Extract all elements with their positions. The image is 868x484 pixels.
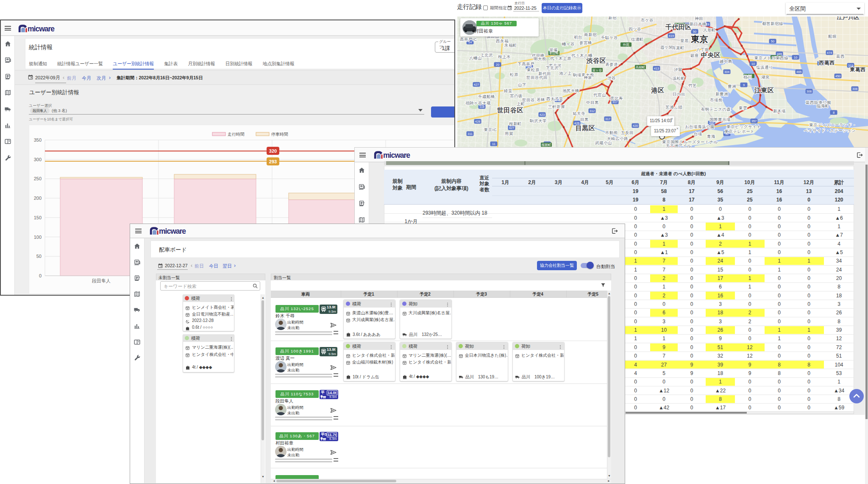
svg-text:4月: 4月 [581,179,589,185]
svg-text:7: 7 [662,258,665,264]
svg-text:2: 2 [748,310,751,316]
svg-text:0: 0 [634,224,637,229]
svg-text:新豊洲: 新豊洲 [715,92,728,96]
svg-text:53: 53 [836,370,842,376]
svg-text:超過者・未達者 のべ人数(=回数): 超過者・未達者 のべ人数(=回数) [640,171,706,176]
svg-text:1: 1 [634,327,637,333]
svg-text:4: 4 [634,370,637,376]
svg-text:葛西: 葛西 [836,54,845,59]
svg-text:19: 19 [633,188,639,194]
svg-text:0: 0 [634,379,637,385]
svg-text:317: 317 [605,117,611,121]
svg-text:0: 0 [778,275,781,281]
svg-text:12: 12 [836,336,842,341]
svg-text:1: 1 [634,258,637,264]
svg-text:代官山: 代官山 [593,92,606,97]
svg-text:0: 0 [748,405,751,411]
svg-text:▲7: ▲7 [835,232,843,238]
svg-text:0: 0 [807,249,810,255]
svg-text:笹塚: 笹塚 [549,48,558,52]
svg-text:0: 0 [778,319,781,325]
svg-text:中央区: 中央区 [701,51,721,59]
svg-text:0: 0 [748,267,751,273]
svg-text:銀座: 銀座 [690,53,699,58]
svg-text:0: 0 [807,206,810,212]
svg-text:1: 1 [778,336,781,341]
svg-text:320: 320 [269,148,277,154]
svg-text:天王洲アイル: 天王洲アイル [666,143,692,147]
svg-text:ペイサイド・ステーション: ペイサイド・ステーション [804,128,856,133]
svg-text:2月: 2月 [528,179,536,185]
svg-text:0: 0 [690,232,693,238]
svg-text:25: 25 [747,197,753,203]
svg-text:1: 1 [748,241,751,247]
svg-text:9: 9 [690,370,693,376]
svg-text:神泉: 神泉 [584,75,592,80]
svg-text:6: 6 [662,310,665,316]
svg-text:0: 0 [690,379,693,385]
svg-text:千駄ケ谷: 千駄ケ谷 [601,35,618,40]
svg-text:0: 0 [778,293,781,299]
svg-text:0: 0 [778,388,781,394]
svg-text:3: 3 [719,301,722,307]
svg-text:204: 204 [835,188,843,194]
svg-text:0: 0 [778,284,781,290]
svg-text:0: 0 [778,396,781,402]
svg-text:6: 6 [719,284,722,290]
svg-text:3: 3 [837,301,840,307]
svg-text:江東区: 江東区 [754,87,774,94]
svg-text:0: 0 [634,232,637,238]
svg-text:高井戸IC: 高井戸IC [460,37,477,42]
svg-text:松原: 松原 [509,72,518,77]
svg-text:8: 8 [837,319,840,325]
svg-text:50: 50 [36,254,42,259]
svg-text:東葛西: 東葛西 [849,67,866,73]
svg-text:0: 0 [634,396,637,402]
svg-text:用賀: 用賀 [505,131,513,136]
svg-text:0: 0 [719,206,722,212]
svg-text:▲17: ▲17 [715,405,726,411]
svg-text:駒沢大学: 駒沢大学 [529,118,547,123]
svg-text:0: 0 [634,206,637,212]
svg-text:0: 0 [634,353,637,359]
svg-text:427: 427 [509,126,515,130]
svg-text:0: 0 [634,241,637,247]
svg-text:0: 0 [748,293,751,299]
svg-text:新宿: 新宿 [608,17,617,20]
svg-text:1: 1 [748,249,751,255]
svg-text:19: 19 [633,197,639,203]
svg-text:江戸川区: 江戸川区 [837,17,860,20]
svg-text:▲5: ▲5 [716,249,724,255]
svg-text:9: 9 [748,362,751,368]
svg-text:308: 308 [852,87,858,91]
svg-text:26: 26 [836,310,842,316]
svg-text:0: 0 [662,224,665,229]
svg-text:山下: 山下 [518,82,526,87]
svg-text:6月: 6月 [632,179,640,185]
svg-text:下北沢: 下北沢 [546,65,559,70]
svg-text:1: 1 [719,224,722,229]
svg-text:18: 18 [481,210,487,216]
svg-text:0: 0 [807,370,810,376]
svg-text:0: 0 [690,275,693,281]
svg-text:39: 39 [836,327,842,333]
svg-text:▲4: ▲4 [716,232,724,238]
svg-text:465: 465 [796,70,802,74]
svg-text:宮の坂: 宮の坂 [510,93,523,98]
svg-text:9: 9 [748,370,751,376]
svg-text:312: 312 [590,109,595,113]
svg-text:走行時間: 走行時間 [228,132,245,137]
svg-text:0: 0 [690,249,693,255]
svg-text:0: 0 [807,284,810,290]
svg-text:8: 8 [807,362,810,368]
svg-text:3: 3 [719,319,722,325]
svg-text:12: 12 [747,353,753,359]
svg-text:34: 34 [836,258,842,264]
svg-text:12月: 12月 [804,179,814,185]
svg-text:市場前: 市場前 [709,98,723,102]
svg-text:越中島: 越中島 [720,59,732,64]
svg-text:世田谷区: 世田谷区 [497,106,523,114]
svg-text:市ケ谷: 市ケ谷 [640,18,654,22]
svg-text:渋谷区: 渋谷区 [586,57,606,64]
svg-text:恵比寿: 恵比寿 [610,96,623,101]
